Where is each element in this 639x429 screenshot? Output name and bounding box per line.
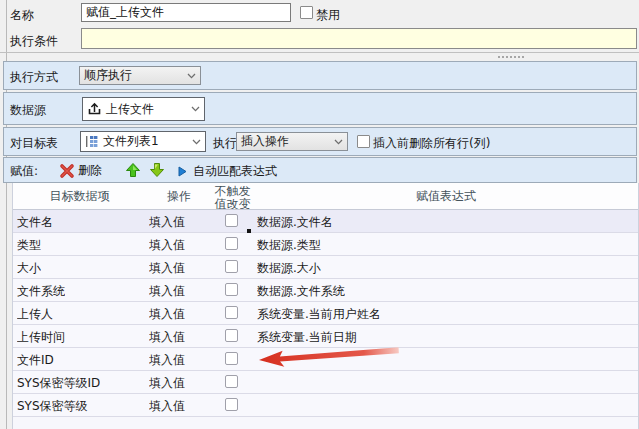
grid-cell-fill-handle[interactable] xyxy=(247,229,251,233)
row-op: 填入值 xyxy=(149,352,185,369)
row-item: 文件ID xyxy=(17,352,54,369)
row-op: 填入值 xyxy=(149,375,185,392)
row-expr[interactable]: 数据源.大小 xyxy=(257,260,321,277)
row-no-trigger-checkbox[interactable] xyxy=(225,237,238,250)
row-op: 填入值 xyxy=(149,214,185,231)
row-expr[interactable]: 数据源.类型 xyxy=(257,237,321,254)
row-no-trigger-checkbox[interactable] xyxy=(225,352,238,365)
row-no-trigger-checkbox[interactable] xyxy=(225,283,238,296)
exec-mode-value: 顺序执行 xyxy=(84,67,132,84)
auto-match-label: 自动匹配表达式 xyxy=(193,163,277,180)
assignment-grid: 目标数据项 操作 不触发 值改变 赋值表达式 文件名 填入值 数据源.文件名 类… xyxy=(12,183,639,429)
row-expr[interactable]: 系统变量.当前日期 xyxy=(257,329,357,346)
assignment-action-dialog: { "form": { "name_label": "名称", "name_va… xyxy=(0,0,639,429)
chevron-down-icon xyxy=(191,106,200,112)
exec-op-value: 插入操作 xyxy=(241,133,289,150)
table-row[interactable]: SYS保密等级 填入值 xyxy=(13,394,638,417)
assign-toolbar: 赋值: 删除 自动匹配表达式 xyxy=(3,157,637,183)
row-op: 填入值 xyxy=(149,260,185,277)
target-table-section: 对目标表 文件列表1 执行 插入操作 插入前删除所有行(列) xyxy=(3,127,637,156)
datasource-dropdown[interactable]: 上传文件 xyxy=(82,97,205,121)
datasource-value: 上传文件 xyxy=(106,101,154,118)
play-icon xyxy=(178,166,187,177)
table-row[interactable]: 文件系统 填入值 数据源.文件系统 xyxy=(13,279,638,302)
delete-before-insert-label: 插入前删除所有行(列) xyxy=(373,135,490,152)
section-divider xyxy=(0,52,639,53)
row-expr[interactable]: 系统变量.当前用户姓名 xyxy=(257,306,381,323)
datasource-label: 数据源 xyxy=(10,102,46,119)
row-no-trigger-checkbox[interactable] xyxy=(225,375,238,388)
row-op: 填入值 xyxy=(149,329,185,346)
exec-label: 执行 xyxy=(213,135,237,152)
move-down-button[interactable] xyxy=(149,162,165,178)
header-no-trigger[interactable]: 不触发 值改变 xyxy=(212,185,253,210)
row-item: 上传时间 xyxy=(17,329,65,346)
header-target-item[interactable]: 目标数据项 xyxy=(13,190,146,203)
row-no-trigger-checkbox[interactable] xyxy=(225,260,238,273)
header-expression[interactable]: 赋值表达式 xyxy=(254,190,638,203)
delete-button[interactable]: 删除 xyxy=(59,162,102,179)
row-item: 上传人 xyxy=(17,306,53,323)
condition-label: 执行条件 xyxy=(10,33,58,50)
row-no-trigger-checkbox[interactable] xyxy=(225,214,238,227)
name-input[interactable] xyxy=(81,3,291,22)
move-down-icon xyxy=(149,162,165,178)
delete-button-label: 删除 xyxy=(78,162,102,179)
upload-icon xyxy=(87,102,102,116)
row-expr[interactable]: 数据源.文件系统 xyxy=(257,283,345,300)
row-no-trigger-checkbox[interactable] xyxy=(225,306,238,319)
table-row[interactable]: 上传人 填入值 系统变量.当前用户姓名 xyxy=(13,302,638,325)
auto-match-button[interactable]: 自动匹配表达式 xyxy=(178,163,277,180)
datasource-section: 数据源 上传文件 xyxy=(3,92,637,125)
row-no-trigger-checkbox[interactable] xyxy=(225,329,238,342)
assign-label: 赋值: xyxy=(10,163,38,180)
target-table-label: 对目标表 xyxy=(10,135,58,152)
move-up-icon xyxy=(125,162,141,178)
table-icon xyxy=(85,135,99,148)
splitter-grip[interactable] xyxy=(498,56,524,58)
exec-op-dropdown[interactable]: 插入操作 xyxy=(236,132,348,151)
row-item: 大小 xyxy=(17,260,41,277)
target-table-dropdown[interactable]: 文件列表1 xyxy=(80,131,206,152)
target-table-value: 文件列表1 xyxy=(103,133,159,150)
row-item: 文件系统 xyxy=(17,283,65,300)
row-op: 填入值 xyxy=(149,398,185,415)
row-item: 类型 xyxy=(17,237,41,254)
table-row[interactable]: 文件名 填入值 数据源.文件名 xyxy=(13,210,638,233)
chevron-down-icon xyxy=(334,139,343,145)
grid-header-row: 目标数据项 操作 不触发 值改变 赋值表达式 xyxy=(13,183,638,210)
chevron-down-icon xyxy=(192,139,201,145)
chevron-down-icon xyxy=(187,73,196,79)
row-no-trigger-checkbox[interactable] xyxy=(225,398,238,411)
table-row[interactable]: SYS保密等级ID 填入值 xyxy=(13,371,638,394)
move-up-button[interactable] xyxy=(125,162,141,178)
exec-mode-label: 执行方式 xyxy=(10,69,58,86)
table-row[interactable]: 上传时间 填入值 系统变量.当前日期 xyxy=(13,325,638,348)
exec-mode-dropdown[interactable]: 顺序执行 xyxy=(79,66,201,85)
row-expr[interactable]: 数据源.文件名 xyxy=(257,214,333,231)
row-item: SYS保密等级 xyxy=(17,398,88,415)
row-op: 填入值 xyxy=(149,306,185,323)
row-op: 填入值 xyxy=(149,283,185,300)
table-row[interactable]: 大小 填入值 数据源.大小 xyxy=(13,256,638,279)
name-label: 名称 xyxy=(10,7,34,24)
disable-checkbox[interactable] xyxy=(300,6,313,19)
row-item: 文件名 xyxy=(17,214,53,231)
condition-input[interactable] xyxy=(81,28,637,49)
row-item: SYS保密等级ID xyxy=(17,375,100,392)
exec-mode-section: 执行方式 顺序执行 xyxy=(3,61,637,90)
header-operation[interactable]: 操作 xyxy=(147,190,211,203)
table-row[interactable]: 类型 填入值 数据源.类型 xyxy=(13,233,638,256)
disable-label: 禁用 xyxy=(316,7,340,24)
delete-before-insert-checkbox[interactable] xyxy=(357,135,370,148)
delete-x-icon xyxy=(59,163,75,179)
row-op: 填入值 xyxy=(149,237,185,254)
